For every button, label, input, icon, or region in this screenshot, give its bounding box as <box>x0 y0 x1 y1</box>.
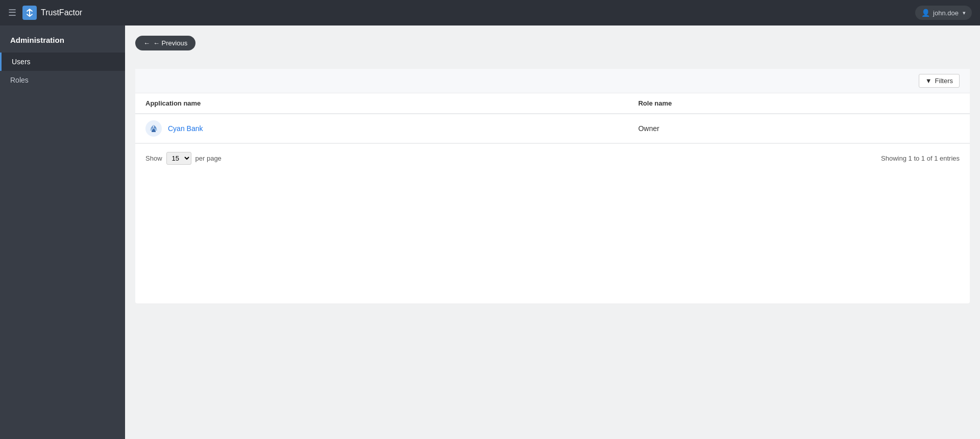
sidebar-item-users[interactable]: Users <box>0 53 125 71</box>
app-icon <box>145 120 162 137</box>
app-cell: Cyan Bank <box>145 120 618 137</box>
col-application-name: Application name <box>135 93 628 114</box>
sidebar-item-users-label: Users <box>12 58 31 66</box>
per-page-select[interactable]: 10 15 25 50 <box>166 152 191 165</box>
brand: TrustFactor <box>22 6 82 20</box>
user-menu[interactable]: 👤 john.doe ▾ <box>915 6 972 20</box>
filters-button-label: Filters <box>935 77 953 85</box>
previous-button-label: ← Previous <box>153 39 187 47</box>
main-content: ← ← Previous ▼ Filters Application name <box>125 25 980 439</box>
table-row: Cyan Bank Owner <box>135 114 970 143</box>
brand-name: TrustFactor <box>41 8 82 17</box>
sidebar: Administration Users Roles <box>0 25 125 439</box>
application-name-value[interactable]: Cyan Bank <box>168 124 203 133</box>
user-name-label: john.doe <box>933 9 959 17</box>
entries-info: Showing 1 to 1 of 1 entries <box>881 154 960 162</box>
filters-button[interactable]: ▼ Filters <box>919 74 960 88</box>
table-header: Application name Role name <box>135 93 970 114</box>
layout: Administration Users Roles ← ← Previous … <box>0 25 980 439</box>
roles-table: Application name Role name <box>135 93 970 143</box>
table-body: Cyan Bank Owner <box>135 114 970 143</box>
previous-button[interactable]: ← ← Previous <box>135 36 195 50</box>
user-icon: 👤 <box>921 9 930 17</box>
pagination-bar: Show 10 15 25 50 per page Showing 1 to 1… <box>135 143 970 173</box>
content-panel: ▼ Filters Application name Role name <box>135 69 970 303</box>
arrow-left-icon: ← <box>143 39 150 47</box>
filter-bar: ▼ Filters <box>135 69 970 93</box>
top-action-bar: ← ← Previous <box>125 25 980 59</box>
sidebar-item-roles[interactable]: Roles <box>0 71 125 89</box>
sidebar-section-title: Administration <box>0 25 125 53</box>
per-page-suffix: per page <box>195 154 222 162</box>
hamburger-icon[interactable]: ☰ <box>8 7 16 18</box>
sidebar-item-roles-label: Roles <box>10 76 29 84</box>
col-role-name: Role name <box>628 93 970 114</box>
chevron-down-icon: ▾ <box>963 10 966 16</box>
filter-icon: ▼ <box>925 77 932 85</box>
role-name-cell: Owner <box>628 114 970 143</box>
application-name-cell: Cyan Bank <box>135 114 628 143</box>
show-label: Show <box>145 154 162 162</box>
brand-logo <box>22 6 37 20</box>
show-per-page: Show 10 15 25 50 per page <box>145 152 222 165</box>
table-container: Application name Role name <box>135 93 970 143</box>
topbar: ☰ TrustFactor 👤 john.doe ▾ <box>0 0 980 25</box>
topbar-left: ☰ TrustFactor <box>8 6 82 20</box>
